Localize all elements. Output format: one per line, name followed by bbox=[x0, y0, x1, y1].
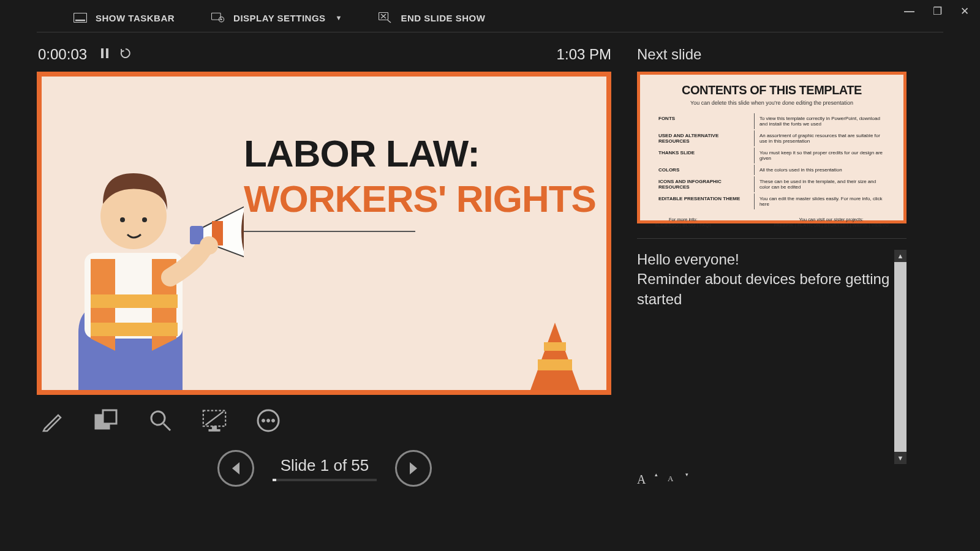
taskbar-icon bbox=[74, 12, 87, 23]
ns-footer-left-top: For more info: bbox=[655, 217, 712, 222]
chevron-down-icon: ▼ bbox=[336, 14, 342, 21]
ns-row-key: EDITABLE PRESENTATION THEME bbox=[656, 193, 753, 209]
ns-footer-left: SLIDESGO | BLOG | FAQs bbox=[655, 222, 712, 228]
current-time: 1:03 PM bbox=[557, 46, 611, 63]
see-all-slides-button[interactable] bbox=[94, 408, 119, 433]
svg-line-24 bbox=[164, 424, 170, 430]
svg-point-4 bbox=[221, 19, 222, 20]
svg-point-14 bbox=[120, 217, 125, 222]
display-settings-button[interactable]: DISPLAY SETTINGS ▼ bbox=[211, 12, 342, 23]
worker-illustration bbox=[42, 149, 244, 390]
svg-point-20 bbox=[200, 236, 218, 255]
more-options-button[interactable] bbox=[256, 408, 281, 433]
current-slide-preview[interactable]: LABOR LAW: WORKERS' RIGHTS bbox=[37, 72, 611, 395]
slide-title-line1: LABOR LAW: bbox=[244, 132, 596, 175]
presenter-tools bbox=[37, 395, 612, 437]
scroll-down-button[interactable]: ▼ bbox=[894, 452, 907, 464]
ns-footer-right-top: You can visit our sister projects: bbox=[774, 217, 889, 222]
black-screen-button[interactable] bbox=[202, 408, 227, 433]
timer-row: 0:00:03 1:03 PM bbox=[37, 32, 612, 72]
ns-row-key: ICONS AND INFOGRAPHIC RESOURCES bbox=[656, 176, 753, 192]
decrease-font-button[interactable]: A▾ bbox=[668, 473, 685, 487]
ns-row: FONTSTo view this template correctly in … bbox=[656, 113, 888, 129]
svg-point-31 bbox=[267, 419, 270, 422]
ns-row: THANKS SLIDEYou must keep it so that pro… bbox=[656, 148, 888, 163]
ns-row-value: All the colors used in this presentation bbox=[754, 165, 888, 175]
slide-counter: Slide 1 of 55 bbox=[273, 456, 377, 475]
ns-row-value: You can edit the master slides easily. F… bbox=[754, 193, 888, 209]
elapsed-time: 0:00:03 bbox=[38, 46, 87, 63]
ns-row-key: COLORS bbox=[656, 165, 753, 175]
display-settings-label: DISPLAY SETTINGS bbox=[233, 13, 326, 23]
show-taskbar-button[interactable]: SHOW TASKBAR bbox=[74, 12, 175, 23]
ns-row: EDITABLE PRESENTATION THEMEYou can edit … bbox=[656, 193, 888, 209]
next-slide-preview[interactable]: CONTENTS OF THIS TEMPLATE You can delete… bbox=[637, 72, 907, 223]
ns-footer-right: FREEPIK | FLATICON | STORYSET | WEPIK | … bbox=[774, 222, 889, 228]
next-slide-label: Next slide bbox=[637, 46, 943, 63]
slide-title-line2: WORKERS' RIGHTS bbox=[244, 179, 596, 219]
speaker-notes[interactable]: Hello everyone! Reminder about devices b… bbox=[637, 250, 892, 464]
slide-navigation: Slide 1 of 55 bbox=[37, 450, 612, 487]
window-controls: — ❐ ✕ bbox=[904, 5, 969, 18]
presenter-toolbar: SHOW TASKBAR DISPLAY SETTINGS ▼ END SLID… bbox=[37, 0, 943, 32]
ns-row-value: You must keep it so that proper credits … bbox=[754, 148, 888, 163]
title-underline bbox=[244, 231, 415, 232]
notes-scrollbar[interactable]: ▲ ▼ bbox=[894, 250, 907, 464]
pause-timer-button[interactable] bbox=[100, 48, 109, 62]
ns-row-key: USED AND ALTERNATIVE RESOURCES bbox=[656, 130, 753, 146]
show-taskbar-label: SHOW TASKBAR bbox=[96, 13, 175, 23]
zoom-button[interactable] bbox=[148, 408, 173, 433]
end-slideshow-button[interactable]: END SLIDE SHOW bbox=[379, 12, 485, 23]
ns-row: USED AND ALTERNATIVE RESOURCESAn assortm… bbox=[656, 130, 888, 146]
ns-row-value: To view this template correctly in Power… bbox=[754, 113, 888, 129]
previous-slide-button[interactable] bbox=[217, 450, 254, 487]
svg-point-32 bbox=[272, 419, 275, 422]
next-slide-button[interactable] bbox=[395, 450, 432, 487]
svg-line-26 bbox=[205, 411, 223, 425]
slide-progress[interactable] bbox=[273, 479, 377, 481]
reset-timer-button[interactable] bbox=[120, 48, 131, 62]
next-slide-subtitle: You can delete this slide when you're do… bbox=[655, 100, 889, 106]
svg-rect-22 bbox=[103, 410, 116, 424]
svg-rect-9 bbox=[106, 48, 108, 58]
traffic-cone-illustration bbox=[530, 323, 579, 390]
ns-row-value: These can be used in the template, and t… bbox=[754, 176, 888, 192]
svg-rect-8 bbox=[101, 48, 104, 58]
close-button[interactable]: ✕ bbox=[960, 5, 969, 18]
svg-rect-27 bbox=[212, 426, 216, 429]
restore-button[interactable]: ❐ bbox=[933, 5, 942, 18]
display-settings-icon bbox=[211, 12, 225, 23]
end-slideshow-label: END SLIDE SHOW bbox=[401, 13, 485, 23]
svg-rect-1 bbox=[75, 20, 85, 21]
svg-rect-12 bbox=[91, 323, 178, 336]
svg-point-23 bbox=[151, 411, 165, 425]
ns-row-value: An assortment of graphic resources that … bbox=[754, 130, 888, 146]
svg-point-15 bbox=[142, 217, 147, 222]
scroll-up-button[interactable]: ▲ bbox=[894, 250, 907, 262]
svg-rect-11 bbox=[91, 294, 178, 308]
notes-font-controls: A▴ A▾ bbox=[637, 473, 943, 487]
divider bbox=[637, 238, 907, 239]
end-show-icon bbox=[379, 12, 392, 23]
next-slide-contents-table: FONTSTo view this template correctly in … bbox=[655, 112, 889, 211]
ns-row: COLORSAll the colors used in this presen… bbox=[656, 165, 888, 175]
increase-font-button[interactable]: A▴ bbox=[637, 473, 654, 487]
speaker-notes-panel: Hello everyone! Reminder about devices b… bbox=[637, 250, 907, 464]
ns-row-key: THANKS SLIDE bbox=[656, 148, 753, 163]
minimize-button[interactable]: — bbox=[904, 6, 914, 18]
pen-tool-button[interactable] bbox=[40, 408, 65, 433]
ns-row-key: FONTS bbox=[656, 113, 753, 129]
svg-point-30 bbox=[262, 419, 265, 422]
svg-rect-28 bbox=[209, 430, 220, 432]
next-slide-title: CONTENTS OF THIS TEMPLATE bbox=[655, 83, 889, 97]
ns-row: ICONS AND INFOGRAPHIC RESOURCESThese can… bbox=[656, 176, 888, 192]
